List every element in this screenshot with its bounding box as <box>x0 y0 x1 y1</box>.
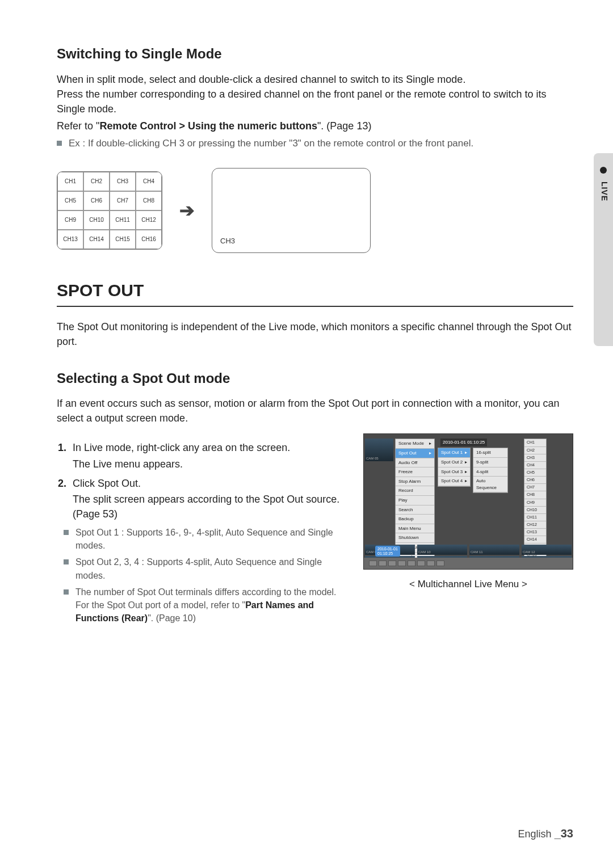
step-item: Click Spot Out.The split screen appears … <box>69 476 351 521</box>
menu-item[interactable]: Scene Mode▸ <box>396 439 434 449</box>
arrow-right-icon: ➔ <box>179 197 195 224</box>
paragraph: If an event occurs such as sensor, motio… <box>57 396 573 425</box>
menu-item[interactable]: CH7 <box>524 484 546 491</box>
menu-item[interactable]: Backup <box>396 515 434 524</box>
menu-item[interactable]: Record <box>396 486 434 496</box>
menu-item[interactable]: CH9 <box>524 499 546 507</box>
menu-item[interactable]: CH10 <box>524 507 546 514</box>
bullet-icon <box>600 167 607 174</box>
menu-item[interactable]: Spot Out 1▸ <box>438 448 470 458</box>
menu-item[interactable]: Spot Out 4▸ <box>438 477 470 486</box>
menu-item[interactable]: CH3 <box>524 454 546 462</box>
menu-item[interactable]: 16-split <box>473 448 507 458</box>
square-bullet-icon <box>64 589 69 595</box>
menu-item[interactable]: Auto Sequence <box>473 477 507 492</box>
single-view-label: CH3 <box>220 236 235 247</box>
side-tab-label: LIVE <box>599 182 610 201</box>
ordered-steps: In Live mode, right-click any area on th… <box>69 440 351 521</box>
chevron-right-icon: ▸ <box>465 449 467 456</box>
menu-item[interactable]: Stop Alarm <box>396 477 434 487</box>
section-heading-spot-out: SPOT OUT <box>57 278 573 307</box>
menu-item[interactable]: CH14 <box>524 536 546 543</box>
bullet-text: Spot Out 1 : Supports 16-, 9-, 4-split, … <box>75 526 351 552</box>
layout-button-icon[interactable] <box>369 561 377 566</box>
chevron-right-icon: ▸ <box>465 469 467 475</box>
menu-item[interactable]: Search <box>396 505 434 515</box>
camera-tile: CAM 11 <box>469 545 519 555</box>
menu-item[interactable]: Spot Out 3▸ <box>438 467 470 477</box>
spot-out-submenu[interactable]: Spot Out 1▸Spot Out 2▸Spot Out 3▸Spot Ou… <box>438 448 471 486</box>
grid-cell: CH5 <box>57 191 83 210</box>
grid-cell: CH9 <box>57 210 83 230</box>
paragraph: The Spot Out monitoring is independent o… <box>57 319 573 349</box>
bullet-text: Spot Out 2, 3, 4 : Supports 4-split, Aut… <box>75 555 351 582</box>
diagram-split-to-single: CH1CH2CH3CH4CH5CH6CH7CH8CH9CH10CH11CH12C… <box>57 168 573 253</box>
refer-bold: Remote Control > Using the numeric butto… <box>99 120 317 132</box>
layout-button-icon[interactable] <box>436 561 444 566</box>
grid-cell: CH7 <box>110 191 136 210</box>
chevron-right-icon: ▸ <box>465 459 467 466</box>
layout-button-icon[interactable] <box>379 561 387 566</box>
bullet-item: Ex : If double-clicking CH 3 or pressing… <box>57 137 573 151</box>
menu-item[interactable]: CH5 <box>524 469 546 477</box>
grid-cell: CH16 <box>136 230 162 249</box>
channel-submenu[interactable]: CH1CH2CH3CH4CH5CH6CH7CH8CH9CH10CH11CH12C… <box>524 439 547 559</box>
grid-cell: CH2 <box>83 172 110 191</box>
menu-item[interactable]: CH6 <box>524 477 546 484</box>
grid-cell: CH8 <box>136 191 162 210</box>
single-view: CH3 <box>212 168 371 253</box>
chevron-right-icon: ▸ <box>429 450 431 457</box>
camera-tile: CAM 10 <box>417 545 467 555</box>
camera-tile: CAM 05 <box>365 439 393 461</box>
menu-item[interactable]: CH2 <box>524 447 546 454</box>
menu-item[interactable]: CH8 <box>524 491 546 499</box>
chevron-right-icon: ▸ <box>465 478 467 484</box>
step-item: In Live mode, right-click any area on th… <box>69 440 351 471</box>
layout-button-icon[interactable] <box>388 561 396 566</box>
menu-item[interactable]: CH4 <box>524 462 546 469</box>
menu-item[interactable]: CH1 <box>524 439 546 446</box>
menu-item[interactable]: Shutdown <box>396 533 434 543</box>
footer-page-number: _33 <box>555 827 573 840</box>
menu-item[interactable]: Spot Out▸ <box>396 449 434 458</box>
context-menu[interactable]: Scene Mode▸Spot Out▸Audio OffFreezeStop … <box>395 439 435 562</box>
layout-button-icon[interactable] <box>417 561 425 566</box>
layout-button-icon[interactable] <box>398 561 406 566</box>
grid-cell: CH13 <box>57 230 83 249</box>
grid-cell: CH10 <box>83 210 110 230</box>
grid-16: CH1CH2CH3CH4CH5CH6CH7CH8CH9CH10CH11CH12C… <box>57 171 162 250</box>
paragraph: Press the number corresponding to a desi… <box>57 87 573 116</box>
menu-item[interactable]: 4-split <box>473 467 507 477</box>
square-bullet-icon <box>64 559 69 564</box>
grid-cell: CH4 <box>136 172 162 191</box>
date-badge: 2010-01-0101:10:25 <box>375 546 400 557</box>
grid-cell: CH1 <box>57 172 83 191</box>
footer-language: English <box>518 828 552 840</box>
layout-button-icon[interactable] <box>427 561 435 566</box>
bullet-text: The number of Spot Out terminals differs… <box>75 585 351 625</box>
menu-item[interactable]: CH13 <box>524 529 546 536</box>
menu-item[interactable]: Spot Out 2▸ <box>438 458 470 467</box>
paragraph: When in split mode, select and double-cl… <box>57 72 573 87</box>
grid-cell: CH12 <box>136 210 162 230</box>
grid-cell: CH15 <box>110 230 136 249</box>
layout-button-icon[interactable] <box>408 561 415 566</box>
refer-suffix: ". (Page 13) <box>317 120 371 132</box>
menu-item[interactable]: Play <box>396 496 434 505</box>
split-submenu[interactable]: 16-split9-split4-splitAuto Sequence <box>473 448 508 493</box>
bullet-text: Ex : If double-clicking CH 3 or pressing… <box>69 137 473 151</box>
nested-bullets: Spot Out 1 : Supports 16-, 9-, 4-split, … <box>64 526 351 625</box>
subsection-heading-selecting-spot-out: Selecting a Spot Out mode <box>57 369 573 389</box>
menu-item[interactable]: Audio Off <box>396 458 434 468</box>
menu-item[interactable]: Freeze <box>396 467 434 477</box>
launcher-bar[interactable] <box>364 558 573 569</box>
reference-line: Refer to "Remote Control > Using the num… <box>57 119 573 133</box>
grid-cell: CH11 <box>110 210 136 230</box>
bullet-item: Spot Out 1 : Supports 16-, 9-, 4-split, … <box>64 526 351 552</box>
menu-item[interactable]: CH12 <box>524 521 546 529</box>
menu-item[interactable]: Main Menu <box>396 524 434 534</box>
menu-caption: < Multichannel Live Menu > <box>363 578 573 592</box>
grid-cell: CH6 <box>83 191 110 210</box>
menu-item[interactable]: CH11 <box>524 514 546 521</box>
menu-item[interactable]: 9-split <box>473 458 507 467</box>
